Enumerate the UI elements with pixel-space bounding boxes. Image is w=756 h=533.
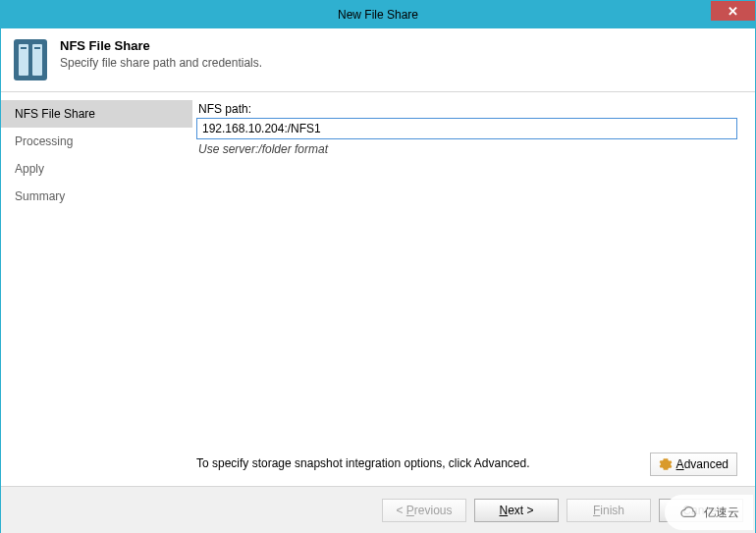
window-title: New File Share: [338, 8, 418, 22]
finish-button: Finish: [567, 499, 651, 522]
sidebar-item-apply[interactable]: Apply: [1, 155, 192, 183]
dialog-window: New File Share ✕ NFS File Share Specify …: [0, 0, 756, 533]
cancel-button[interactable]: Cancel: [659, 499, 743, 522]
page-title: NFS File Share: [60, 38, 262, 53]
title-bar: New File Share ✕: [1, 1, 755, 28]
previous-button: < Previous: [382, 499, 466, 522]
sidebar-item-label: NFS File Share: [15, 107, 95, 121]
advanced-button[interactable]: AAdvanceddvanced: [650, 453, 737, 476]
sidebar-item-label: Apply: [15, 162, 44, 176]
body: NFS File Share Processing Apply Summary …: [1, 92, 755, 486]
nfs-path-input[interactable]: [196, 118, 737, 139]
nfs-path-label: NFS path:: [198, 102, 737, 116]
cancel-button-label: Cancel: [682, 504, 719, 517]
button-bar: < Previous Next > Finish Cancel: [1, 486, 755, 533]
svg-rect-4: [34, 47, 40, 49]
advanced-button-label: AAdvanceddvanced: [676, 457, 729, 471]
sidebar-item-label: Processing: [15, 134, 73, 148]
gear-icon: [659, 457, 673, 471]
close-button[interactable]: ✕: [711, 1, 755, 21]
svg-rect-3: [21, 47, 27, 49]
sidebar: NFS File Share Processing Apply Summary: [1, 92, 192, 486]
sidebar-item-nfs-file-share[interactable]: NFS File Share: [1, 100, 192, 128]
sidebar-item-summary[interactable]: Summary: [1, 183, 192, 210]
close-icon: ✕: [728, 4, 738, 19]
sidebar-item-processing[interactable]: Processing: [1, 128, 192, 155]
page-subtitle: Specify file share path and credentials.: [60, 56, 262, 70]
sidebar-item-label: Summary: [15, 189, 65, 203]
servers-icon: [13, 38, 48, 81]
content-area: NFS path: Use server:/folder format To s…: [192, 92, 755, 486]
header: NFS File Share Specify file share path a…: [1, 28, 755, 92]
advanced-note: To specify storage snapshot integration …: [196, 456, 530, 470]
next-button[interactable]: Next >: [474, 499, 559, 522]
nfs-path-hint: Use server:/folder format: [198, 142, 737, 156]
header-text-group: NFS File Share Specify file share path a…: [60, 38, 262, 70]
